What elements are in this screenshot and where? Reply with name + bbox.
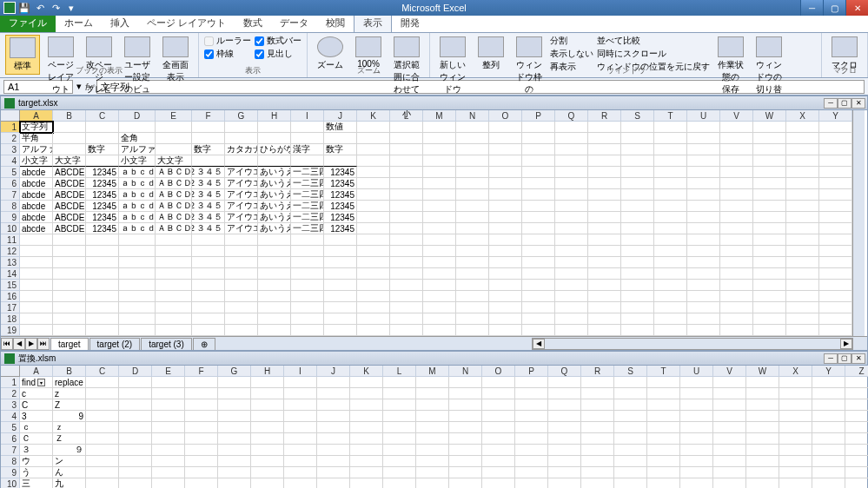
cell-P3[interactable] [522, 144, 555, 155]
cell-Q9[interactable] [555, 212, 588, 223]
cell-A1[interactable]: find▾ [20, 377, 53, 388]
cell-D10[interactable]: ａｂｃｄｅ [119, 223, 156, 234]
cell-M9[interactable] [416, 467, 449, 478]
cell-K11[interactable] [357, 234, 390, 246]
cell-F18[interactable] [192, 313, 225, 325]
cell-A1[interactable]: 文字列 [20, 122, 53, 133]
formula-bar-checkbox[interactable]: 数式バー [255, 35, 301, 47]
workbook-titlebar-1[interactable]: target.xlsx ─ ▢ ✕ [1, 96, 867, 110]
cell-C7[interactable]: 12345 [86, 189, 119, 201]
cell-L1[interactable] [390, 122, 423, 133]
cell-S14[interactable] [621, 268, 654, 280]
cell-P8[interactable] [515, 456, 548, 467]
cell-Q3[interactable] [555, 144, 588, 155]
sheet-tab-target (3)[interactable]: target (3) [141, 338, 192, 350]
cell-D4[interactable] [119, 411, 152, 422]
cell-D10[interactable] [119, 478, 152, 488]
cell-C18[interactable] [86, 313, 119, 325]
cell-G16[interactable] [225, 291, 258, 302]
cell-A10[interactable]: abcde [20, 223, 53, 234]
cell-Y1[interactable] [812, 377, 845, 388]
cell-O8[interactable] [489, 201, 522, 212]
cell-S6[interactable] [614, 433, 647, 445]
cell-M2[interactable] [423, 133, 456, 144]
cell-N16[interactable] [456, 291, 489, 302]
cell-O13[interactable] [489, 257, 522, 268]
select-all-corner[interactable] [1, 366, 20, 377]
cell-S4[interactable] [621, 155, 654, 167]
cell-M4[interactable] [423, 155, 456, 167]
cell-K7[interactable] [350, 445, 383, 456]
cell-R14[interactable] [588, 268, 621, 280]
cell-T1[interactable] [647, 377, 680, 388]
close-button[interactable]: ✕ [845, 0, 868, 16]
cell-I6[interactable] [284, 433, 317, 445]
cell-R15[interactable] [588, 280, 621, 291]
cell-N19[interactable] [456, 325, 489, 336]
cell-Y1[interactable] [819, 122, 852, 133]
cell-F17[interactable] [192, 302, 225, 313]
cell-J3[interactable]: 数字 [324, 144, 357, 155]
cell-T18[interactable] [654, 313, 687, 325]
cell-M1[interactable] [423, 122, 456, 133]
cell-X15[interactable] [786, 280, 819, 291]
cell-M3[interactable] [416, 399, 449, 411]
cell-Z9[interactable] [845, 467, 868, 478]
cell-P15[interactable] [522, 280, 555, 291]
cell-R13[interactable] [588, 257, 621, 268]
row-header-10[interactable]: 10 [1, 223, 20, 234]
cell-I5[interactable] [284, 422, 317, 433]
column-header-S[interactable]: S [621, 110, 654, 122]
cell-X10[interactable] [786, 223, 819, 234]
cell-U9[interactable] [687, 212, 720, 223]
cell-L6[interactable] [383, 433, 416, 445]
column-header-U[interactable]: U [680, 366, 713, 377]
cell-O10[interactable] [489, 223, 522, 234]
cell-X18[interactable] [786, 313, 819, 325]
cell-U1[interactable] [687, 122, 720, 133]
cell-X8[interactable] [779, 456, 812, 467]
cell-P2[interactable] [515, 388, 548, 399]
cell-K6[interactable] [350, 433, 383, 445]
column-header-F[interactable]: F [192, 110, 225, 122]
cell-N7[interactable] [456, 189, 489, 201]
tab-nav-last-1[interactable]: ⏭ [37, 338, 50, 350]
cell-O15[interactable] [489, 280, 522, 291]
cell-R7[interactable] [581, 445, 614, 456]
row-header-7[interactable]: 7 [1, 189, 20, 201]
cell-T3[interactable] [647, 399, 680, 411]
column-header-I[interactable]: I [284, 366, 317, 377]
cell-G14[interactable] [225, 268, 258, 280]
cell-P7[interactable] [522, 189, 555, 201]
cell-R6[interactable] [581, 433, 614, 445]
cell-E16[interactable] [156, 291, 192, 302]
cell-F11[interactable] [192, 234, 225, 246]
cell-S18[interactable] [621, 313, 654, 325]
cell-A11[interactable] [20, 234, 53, 246]
cell-R10[interactable] [581, 478, 614, 488]
cell-B14[interactable] [53, 268, 86, 280]
cell-K10[interactable] [357, 223, 390, 234]
cell-N11[interactable] [456, 234, 489, 246]
cell-T16[interactable] [654, 291, 687, 302]
cell-C6[interactable] [86, 433, 119, 445]
cell-A8[interactable]: ウ [20, 456, 53, 467]
cell-R4[interactable] [588, 155, 621, 167]
cell-Y17[interactable] [819, 302, 852, 313]
wb2-maximize-button[interactable]: ▢ [838, 353, 851, 364]
cell-A4[interactable]: 小文字 [20, 155, 53, 167]
cell-T5[interactable] [654, 167, 687, 178]
cell-D7[interactable] [119, 445, 152, 456]
tab-home[interactable]: ホーム [56, 14, 102, 32]
cell-U18[interactable] [687, 313, 720, 325]
cell-A18[interactable] [20, 313, 53, 325]
column-header-Z[interactable]: Z [845, 366, 868, 377]
cell-X17[interactable] [786, 302, 819, 313]
cell-D9[interactable] [119, 467, 152, 478]
sync-scroll-button[interactable]: 同時にスクロール [597, 48, 710, 60]
cell-G17[interactable] [225, 302, 258, 313]
cell-B17[interactable] [53, 302, 86, 313]
cell-V3[interactable] [720, 144, 753, 155]
cell-Y2[interactable] [812, 388, 845, 399]
cell-X1[interactable] [779, 377, 812, 388]
